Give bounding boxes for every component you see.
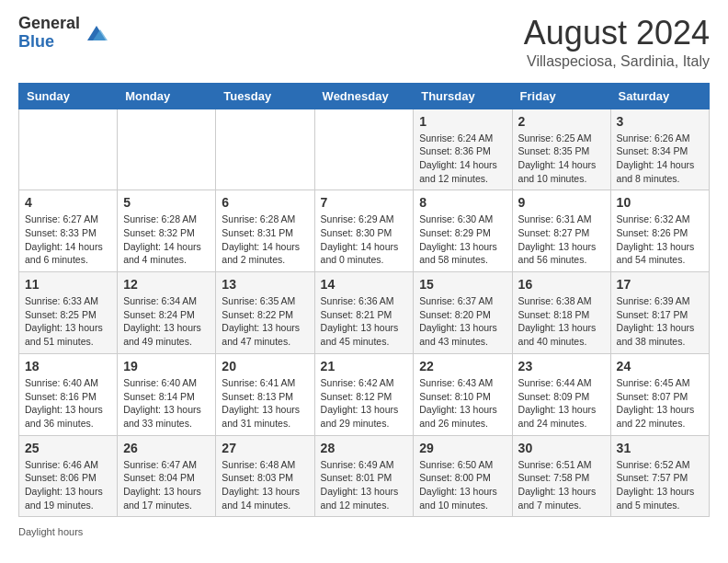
day-info: Sunrise: 6:32 AM Sunset: 8:26 PM Dayligh… <box>617 213 703 267</box>
day-number: 6 <box>222 195 308 210</box>
calendar-cell: 14Sunrise: 6:36 AM Sunset: 8:21 PM Dayli… <box>314 272 414 354</box>
day-of-week-header: Sunday <box>19 83 118 109</box>
day-info: Sunrise: 6:33 AM Sunset: 8:25 PM Dayligh… <box>25 294 111 349</box>
day-info: Sunrise: 6:48 AM Sunset: 8:03 PM Dayligh… <box>222 458 308 512</box>
day-info: Sunrise: 6:47 AM Sunset: 8:04 PM Dayligh… <box>123 458 210 512</box>
day-info: Sunrise: 6:39 AM Sunset: 8:17 PM Dayligh… <box>617 294 703 349</box>
day-info: Sunrise: 6:41 AM Sunset: 8:13 PM Dayligh… <box>222 376 308 431</box>
day-number: 5 <box>123 195 210 210</box>
day-number: 2 <box>518 114 605 129</box>
calendar-cell: 20Sunrise: 6:41 AM Sunset: 8:13 PM Dayli… <box>216 353 314 435</box>
day-number: 22 <box>419 359 506 373</box>
day-info: Sunrise: 6:25 AM Sunset: 8:35 PM Dayligh… <box>518 132 605 186</box>
day-number: 7 <box>321 195 408 210</box>
calendar-cell: 26Sunrise: 6:47 AM Sunset: 8:04 PM Dayli… <box>118 435 216 517</box>
main-title: August 2024 <box>524 15 710 52</box>
calendar-cell: 23Sunrise: 6:44 AM Sunset: 8:09 PM Dayli… <box>512 353 610 435</box>
logo-icon <box>84 20 109 46</box>
calendar-cell: 28Sunrise: 6:49 AM Sunset: 8:01 PM Dayli… <box>314 435 414 517</box>
calendar-cell: 6Sunrise: 6:28 AM Sunset: 8:31 PM Daylig… <box>216 190 314 272</box>
day-number: 25 <box>25 441 111 455</box>
day-number: 31 <box>617 441 703 455</box>
calendar-body: 1Sunrise: 6:24 AM Sunset: 8:36 PM Daylig… <box>19 109 710 517</box>
calendar-table: SundayMondayTuesdayWednesdayThursdayFrid… <box>18 83 710 518</box>
calendar-cell: 16Sunrise: 6:38 AM Sunset: 8:18 PM Dayli… <box>512 272 610 354</box>
calendar-cell: 21Sunrise: 6:42 AM Sunset: 8:12 PM Dayli… <box>314 353 414 435</box>
calendar-cell: 15Sunrise: 6:37 AM Sunset: 8:20 PM Dayli… <box>414 272 512 354</box>
day-number: 24 <box>617 359 703 373</box>
day-of-week-header: Thursday <box>414 83 512 109</box>
day-info: Sunrise: 6:24 AM Sunset: 8:36 PM Dayligh… <box>419 132 506 186</box>
day-info: Sunrise: 6:27 AM Sunset: 8:33 PM Dayligh… <box>25 213 111 267</box>
title-block: August 2024 Villaspeciosa, Sardinia, Ita… <box>524 15 710 70</box>
day-number: 14 <box>321 277 408 292</box>
day-info: Sunrise: 6:35 AM Sunset: 8:22 PM Dayligh… <box>222 294 308 349</box>
calendar-cell <box>19 109 118 190</box>
day-info: Sunrise: 6:44 AM Sunset: 8:09 PM Dayligh… <box>518 376 605 431</box>
day-number: 20 <box>222 359 308 373</box>
day-info: Sunrise: 6:28 AM Sunset: 8:31 PM Dayligh… <box>222 213 308 267</box>
day-number: 15 <box>419 277 506 292</box>
day-number: 30 <box>518 441 605 455</box>
day-info: Sunrise: 6:51 AM Sunset: 7:58 PM Dayligh… <box>518 458 605 512</box>
logo: General Blue <box>18 15 109 52</box>
calendar-cell: 12Sunrise: 6:34 AM Sunset: 8:24 PM Dayli… <box>118 272 216 354</box>
day-info: Sunrise: 6:49 AM Sunset: 8:01 PM Dayligh… <box>321 458 408 512</box>
day-number: 18 <box>25 359 111 373</box>
day-of-week-header: Tuesday <box>216 83 314 109</box>
calendar-cell: 11Sunrise: 6:33 AM Sunset: 8:25 PM Dayli… <box>19 272 118 354</box>
calendar-cell: 30Sunrise: 6:51 AM Sunset: 7:58 PM Dayli… <box>512 435 610 517</box>
calendar-cell: 7Sunrise: 6:29 AM Sunset: 8:30 PM Daylig… <box>314 190 414 272</box>
calendar-cell: 25Sunrise: 6:46 AM Sunset: 8:06 PM Dayli… <box>19 435 118 517</box>
subtitle: Villaspeciosa, Sardinia, Italy <box>524 53 710 70</box>
day-info: Sunrise: 6:37 AM Sunset: 8:20 PM Dayligh… <box>419 294 506 349</box>
daylight-label: Daylight hours <box>18 526 83 537</box>
day-number: 3 <box>617 114 703 129</box>
calendar-cell: 1Sunrise: 6:24 AM Sunset: 8:36 PM Daylig… <box>414 109 512 190</box>
calendar-week-row: 18Sunrise: 6:40 AM Sunset: 8:16 PM Dayli… <box>19 353 710 435</box>
day-info: Sunrise: 6:31 AM Sunset: 8:27 PM Dayligh… <box>518 213 605 267</box>
calendar-cell: 31Sunrise: 6:52 AM Sunset: 7:57 PM Dayli… <box>610 435 709 517</box>
day-of-week-header: Friday <box>512 83 610 109</box>
calendar-cell: 24Sunrise: 6:45 AM Sunset: 8:07 PM Dayli… <box>610 353 709 435</box>
day-info: Sunrise: 6:40 AM Sunset: 8:14 PM Dayligh… <box>123 376 210 431</box>
logo-text: General Blue <box>18 15 80 52</box>
day-number: 26 <box>123 441 210 455</box>
day-number: 23 <box>518 359 605 373</box>
calendar-cell: 9Sunrise: 6:31 AM Sunset: 8:27 PM Daylig… <box>512 190 610 272</box>
calendar-cell: 5Sunrise: 6:28 AM Sunset: 8:32 PM Daylig… <box>118 190 216 272</box>
day-number: 21 <box>321 359 408 373</box>
day-info: Sunrise: 6:50 AM Sunset: 8:00 PM Dayligh… <box>419 458 506 512</box>
day-number: 8 <box>419 195 506 210</box>
day-info: Sunrise: 6:52 AM Sunset: 7:57 PM Dayligh… <box>617 458 703 512</box>
calendar-cell: 29Sunrise: 6:50 AM Sunset: 8:00 PM Dayli… <box>414 435 512 517</box>
day-of-week-header: Monday <box>118 83 216 109</box>
day-number: 27 <box>222 441 308 455</box>
calendar-cell: 27Sunrise: 6:48 AM Sunset: 8:03 PM Dayli… <box>216 435 314 517</box>
day-of-week-header: Wednesday <box>314 83 414 109</box>
day-number: 10 <box>617 195 703 210</box>
day-of-week-header: Saturday <box>610 83 709 109</box>
logo-general: General <box>18 15 80 33</box>
calendar-cell: 10Sunrise: 6:32 AM Sunset: 8:26 PM Dayli… <box>610 190 709 272</box>
page: General Blue August 2024 Villaspeciosa, … <box>0 0 728 556</box>
day-info: Sunrise: 6:36 AM Sunset: 8:21 PM Dayligh… <box>321 294 408 349</box>
day-number: 11 <box>25 277 111 292</box>
calendar-cell: 19Sunrise: 6:40 AM Sunset: 8:14 PM Dayli… <box>118 353 216 435</box>
day-number: 12 <box>123 277 210 292</box>
day-number: 4 <box>25 195 111 210</box>
calendar-cell: 17Sunrise: 6:39 AM Sunset: 8:17 PM Dayli… <box>610 272 709 354</box>
day-info: Sunrise: 6:26 AM Sunset: 8:34 PM Dayligh… <box>617 132 703 186</box>
header-row: SundayMondayTuesdayWednesdayThursdayFrid… <box>19 83 710 109</box>
calendar-cell: 13Sunrise: 6:35 AM Sunset: 8:22 PM Dayli… <box>216 272 314 354</box>
calendar-cell: 2Sunrise: 6:25 AM Sunset: 8:35 PM Daylig… <box>512 109 610 190</box>
day-info: Sunrise: 6:42 AM Sunset: 8:12 PM Dayligh… <box>321 376 408 431</box>
day-number: 13 <box>222 277 308 292</box>
header: General Blue August 2024 Villaspeciosa, … <box>18 15 710 70</box>
calendar-week-row: 1Sunrise: 6:24 AM Sunset: 8:36 PM Daylig… <box>19 109 710 190</box>
footer: Daylight hours <box>18 526 710 537</box>
calendar-cell <box>314 109 414 190</box>
day-info: Sunrise: 6:34 AM Sunset: 8:24 PM Dayligh… <box>123 294 210 349</box>
calendar-cell: 18Sunrise: 6:40 AM Sunset: 8:16 PM Dayli… <box>19 353 118 435</box>
calendar-cell <box>118 109 216 190</box>
